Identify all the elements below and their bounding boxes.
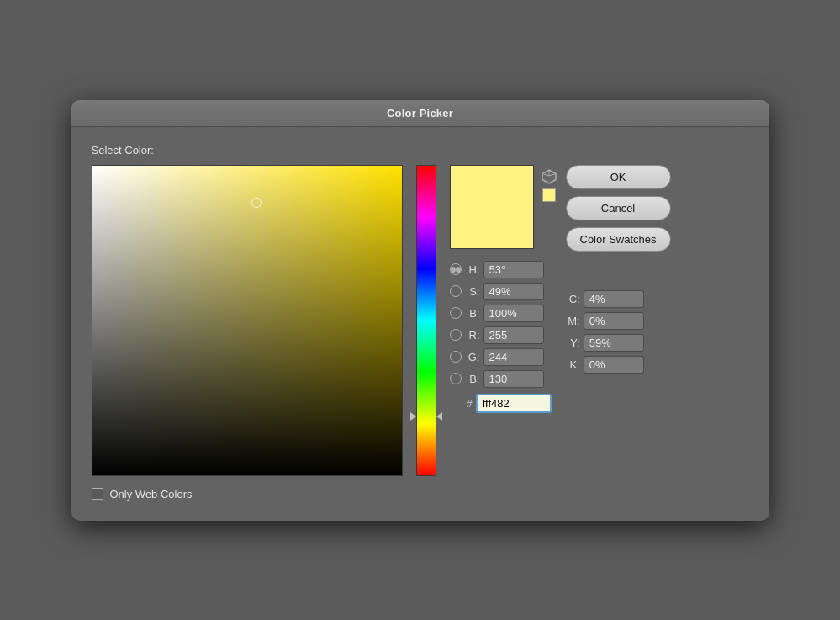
red-input[interactable] bbox=[483, 326, 544, 344]
hue-input[interactable] bbox=[483, 261, 544, 278]
buttons-column: OK Cancel Color Swatches bbox=[566, 165, 671, 252]
magenta-label: M: bbox=[565, 315, 580, 327]
yellow-input[interactable] bbox=[584, 334, 644, 352]
hue-arrow-right bbox=[436, 412, 442, 421]
brightness-field-row: B: bbox=[450, 305, 552, 322]
black-field-row: K: bbox=[565, 356, 644, 374]
cmyk-fields: C: M: Y: bbox=[565, 290, 644, 413]
hex-field-row: # bbox=[450, 394, 552, 413]
fields-section: H: S: B: bbox=[450, 261, 749, 413]
cancel-button[interactable]: Cancel bbox=[566, 196, 671, 220]
new-color-swatch bbox=[451, 166, 533, 207]
gamut-swatch bbox=[542, 188, 556, 202]
red-radio[interactable] bbox=[450, 329, 462, 341]
blue-input[interactable] bbox=[483, 370, 544, 388]
bottom-row: Only Web Colors bbox=[92, 488, 749, 501]
saturation-radio[interactable] bbox=[450, 285, 462, 297]
hue-slider[interactable] bbox=[416, 165, 436, 476]
red-field-row: R: bbox=[450, 326, 552, 344]
web-colors-label: Only Web Colors bbox=[110, 488, 193, 501]
magenta-field-row: M: bbox=[565, 312, 644, 330]
hex-input[interactable] bbox=[476, 394, 552, 413]
color-picker-dialog: Color Picker Select Color: bbox=[71, 100, 769, 521]
cyan-input[interactable] bbox=[584, 290, 644, 308]
color-swatches-button[interactable]: Color Swatches bbox=[566, 227, 671, 252]
hue-label: H: bbox=[465, 263, 480, 276]
ok-button[interactable]: OK bbox=[566, 165, 671, 189]
saturation-label: S: bbox=[465, 285, 480, 298]
black-label: K: bbox=[565, 358, 580, 371]
hue-arrow-left bbox=[410, 412, 416, 421]
green-field-row: G: bbox=[450, 348, 552, 366]
hue-radio[interactable] bbox=[450, 263, 462, 275]
saturation-input[interactable] bbox=[483, 283, 544, 300]
magenta-input[interactable] bbox=[584, 312, 644, 330]
green-input[interactable] bbox=[483, 348, 544, 366]
brightness-input[interactable] bbox=[483, 305, 544, 322]
select-color-label: Select Color: bbox=[92, 144, 749, 156]
brightness-radio[interactable] bbox=[450, 307, 462, 319]
blue-radio[interactable] bbox=[450, 373, 462, 384]
color-preview-area bbox=[450, 165, 557, 249]
yellow-label: Y: bbox=[565, 336, 580, 349]
blue-field-row: B: bbox=[450, 370, 552, 388]
saturation-field-row: S: bbox=[450, 283, 552, 300]
gamut-icons bbox=[541, 168, 557, 202]
color-preview-box bbox=[450, 165, 534, 249]
web-colors-checkbox[interactable] bbox=[92, 488, 103, 500]
right-panel: OK Cancel Color Swatches H: bbox=[450, 165, 749, 413]
brightness-label: B: bbox=[465, 307, 480, 320]
dialog-title: Color Picker bbox=[71, 100, 769, 127]
hue-field-row: H: bbox=[450, 261, 552, 278]
hash-symbol: # bbox=[467, 397, 473, 410]
hsb-rgb-fields: H: S: B: bbox=[450, 261, 552, 413]
gamut-warning-icon bbox=[541, 168, 557, 185]
green-label: G: bbox=[465, 351, 480, 363]
color-field[interactable] bbox=[92, 165, 403, 476]
cyan-field-row: C: bbox=[565, 290, 644, 308]
blue-label: B: bbox=[465, 373, 480, 385]
cyan-label: C: bbox=[565, 293, 580, 305]
yellow-field-row: Y: bbox=[565, 334, 644, 352]
green-radio[interactable] bbox=[450, 351, 462, 363]
black-input[interactable] bbox=[584, 356, 644, 374]
red-label: R: bbox=[465, 329, 480, 342]
color-field-black-gradient bbox=[92, 166, 402, 475]
current-color-swatch bbox=[451, 207, 533, 248]
